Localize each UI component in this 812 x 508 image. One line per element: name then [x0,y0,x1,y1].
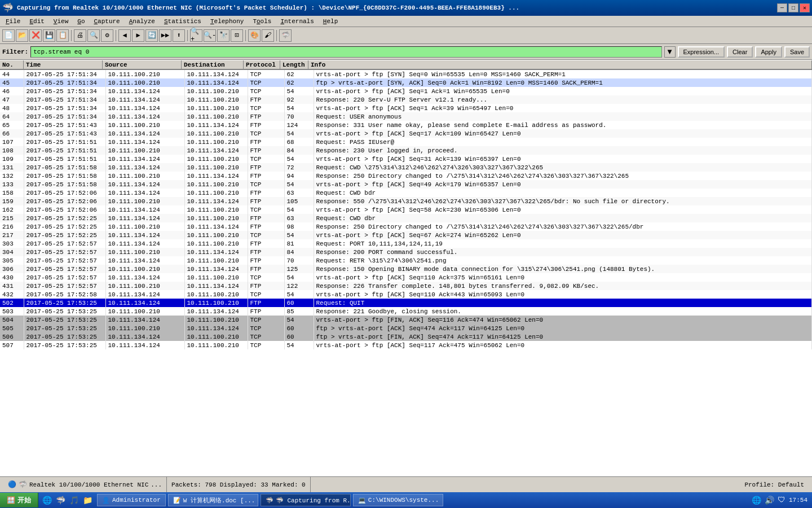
menu-capture[interactable]: Capture [89,17,124,26]
menu-file[interactable]: File [1,17,25,26]
col-header-protocol[interactable]: Protocol [244,60,280,69]
table-row[interactable]: 442017-05-25 17:51:3410.111.100.21010.11… [0,70,812,78]
taskbar-item-administrator[interactable]: 👤 Administrator [97,494,166,506]
apply-button[interactable]: Apply [755,46,782,58]
filter-dropdown-btn[interactable]: ▼ [664,46,676,58]
taskbar-item-cmd[interactable]: 💻 C:\WINDOWS\syste... [353,494,443,506]
col-header-destination[interactable]: Destination [182,60,244,69]
toolbar-back[interactable]: ◀ [118,29,131,42]
menu-help[interactable]: Help [319,17,342,26]
col-header-length[interactable]: Length [280,60,308,69]
col-header-info[interactable]: Info [308,60,812,69]
cell-time: 2017-05-25 17:51:58 [24,163,105,172]
toolbar-save[interactable]: 💾 [43,29,55,42]
table-row[interactable]: 1322017-05-25 17:51:5810.111.100.21010.1… [0,172,812,180]
table-row[interactable]: 452017-05-25 17:51:3410.111.100.21010.11… [0,78,812,87]
clear-button[interactable]: Clear [727,46,753,58]
toolbar-close[interactable]: ❌ [29,29,42,42]
menu-telephony[interactable]: Telephony [206,17,248,26]
packets-scroll[interactable]: 442017-05-25 17:51:3410.111.100.21010.11… [0,70,812,476]
table-row[interactable]: 1332017-05-25 17:51:5810.111.134.12410.1… [0,180,812,189]
menu-view[interactable]: View [49,17,73,26]
menu-internals[interactable]: Internals [276,17,318,26]
col-header-time[interactable]: Time [24,60,103,69]
table-row[interactable]: 4302017-05-25 17:52:5710.111.134.12410.1… [0,273,812,282]
toolbar-forward[interactable]: ▶ [132,29,144,42]
toolbar-go[interactable]: 🔄 [145,29,158,42]
menu-edit[interactable]: Edit [25,17,48,26]
toolbar-zoom-out[interactable]: 🔍- [204,29,216,42]
table-row[interactable]: 462017-05-25 17:51:3410.111.134.12410.11… [0,87,812,95]
toolbar-zoom-in[interactable]: 🔍+ [190,29,202,42]
table-row[interactable]: 662017-05-25 17:51:4310.111.134.12410.11… [0,129,812,138]
table-row[interactable]: 1082017-05-25 17:51:5110.111.100.21010.1… [0,146,812,155]
table-row[interactable]: 5032017-05-25 17:53:2510.111.100.21010.1… [0,307,812,316]
taskbar-icon-ie[interactable]: 🌐 [41,494,53,506]
close-button[interactable]: ✕ [800,3,810,12]
toolbar-zoom-fit[interactable]: ⊡ [231,29,243,42]
toolbar-capture-stop[interactable]: ⬆ [173,29,185,42]
toolbar-shark[interactable]: 🦈 [279,29,292,42]
toolbar-color-filter[interactable]: 🖌 [262,29,274,42]
maximize-button[interactable]: □ [788,3,798,12]
col-header-no[interactable]: No. [0,60,24,69]
table-row[interactable]: 3042017-05-25 17:52:5710.111.100.21010.1… [0,248,812,256]
toolbar-capture-start[interactable]: ▶▶ [159,29,171,42]
table-row[interactable]: 3032017-05-25 17:52:5710.111.134.12410.1… [0,239,812,248]
taskbar-icon-winamp[interactable]: 🎵 [68,494,80,506]
cell-protocol: FTP [248,138,284,146]
cell-info: Response: 550 /\275\314\312\246\262\274\… [314,197,812,205]
status-bar: 🔵 🦈 Realtek 10/100/1000 Ethernet NIC ...… [0,476,812,492]
table-row[interactable]: 2172017-05-25 17:52:2510.111.134.12410.1… [0,231,812,239]
table-row[interactable]: 652017-05-25 17:51:4310.111.100.21010.11… [0,121,812,129]
cell-protocol: FTP [248,239,284,248]
table-row[interactable]: 642017-05-25 17:51:3410.111.134.12410.11… [0,112,812,121]
menu-go[interactable]: Go [73,17,89,26]
table-row[interactable]: 1582017-05-25 17:52:0610.111.134.12410.1… [0,189,812,197]
table-row[interactable]: 5042017-05-25 17:53:2510.111.134.12410.1… [0,316,812,324]
table-row[interactable]: 472017-05-25 17:51:3410.111.134.12410.11… [0,95,812,104]
taskbar-icon-folder[interactable]: 📁 [81,494,94,506]
menu-statistics[interactable]: Statistics [160,17,206,26]
toolbar-prefs[interactable]: ⚙ [101,29,113,42]
toolbar-colorize[interactable]: 🎨 [248,29,261,42]
table-row[interactable]: 1312017-05-25 17:51:5810.111.134.12410.1… [0,163,812,172]
cell-destination: 10.111.134.124 [184,248,248,256]
save-button[interactable]: Save [784,46,810,58]
toolbar-open[interactable]: 📂 [16,29,28,42]
table-row[interactable]: 2162017-05-25 17:52:2510.111.100.21010.1… [0,222,812,231]
table-row[interactable]: 1072017-05-25 17:51:5110.111.134.12410.1… [0,138,812,146]
toolbar-print[interactable]: 🖨 [74,29,86,42]
cell-destination: 10.111.134.124 [184,78,248,87]
table-row[interactable]: 4322017-05-25 17:52:5810.111.134.12410.1… [0,290,812,299]
toolbar-zoom-reset[interactable]: 🔭 [217,29,230,42]
minimize-button[interactable]: ─ [777,3,787,12]
table-row[interactable]: 5072017-05-25 17:53:2510.111.134.12410.1… [0,341,812,349]
toolbar-find[interactable]: 🔍 [87,29,100,42]
table-row[interactable]: 5062017-05-25 17:53:2510.111.134.12410.1… [0,332,812,341]
taskbar-item-wireshark[interactable]: 🦈 🦈 Capturing from R... [261,494,351,506]
cell-info: ftp > vrts-at-port [ACK] Seq=474 Ack=117… [314,324,812,332]
taskbar-icon-wireshark[interactable]: 🦈 [54,494,67,506]
toolbar-save-as[interactable]: 📋 [56,29,69,42]
table-row[interactable]: 2152017-05-25 17:52:2510.111.134.12410.1… [0,214,812,222]
table-row[interactable]: 482017-05-25 17:51:3410.111.134.12410.11… [0,104,812,112]
expression-button[interactable]: Expression... [678,46,725,58]
table-row[interactable]: 5052017-05-25 17:53:2510.111.100.21010.1… [0,324,812,332]
toolbar-new[interactable]: 📄 [2,29,15,42]
cell-destination: 10.111.100.210 [184,95,248,104]
table-row[interactable]: 1592017-05-25 17:52:0610.111.100.21010.1… [0,197,812,205]
col-header-source[interactable]: Source [103,60,182,69]
table-row[interactable]: 5022017-05-25 17:53:2510.111.134.12410.1… [0,299,812,307]
taskbar-item-word[interactable]: 📝 W 计算机网络.doc [... [168,494,258,506]
filter-input[interactable] [30,46,661,58]
table-row[interactable]: 3052017-05-25 17:52:5710.111.134.12410.1… [0,256,812,265]
menu-analyze[interactable]: Analyze [125,17,160,26]
table-row[interactable]: 4312017-05-25 17:52:5710.111.100.21010.1… [0,282,812,290]
table-row[interactable]: 3062017-05-25 17:52:5710.111.100.21010.1… [0,265,812,273]
table-row[interactable]: 1622017-05-25 17:52:0610.111.134.12410.1… [0,205,812,214]
table-row[interactable]: 1092017-05-25 17:51:5110.111.134.12410.1… [0,155,812,163]
cell-info: vrts-at-port > ftp [ACK] Seq=110 Ack=375… [314,273,812,282]
start-button[interactable]: 🪟 开始 [0,493,38,507]
menu-tools[interactable]: Tools [248,17,276,26]
